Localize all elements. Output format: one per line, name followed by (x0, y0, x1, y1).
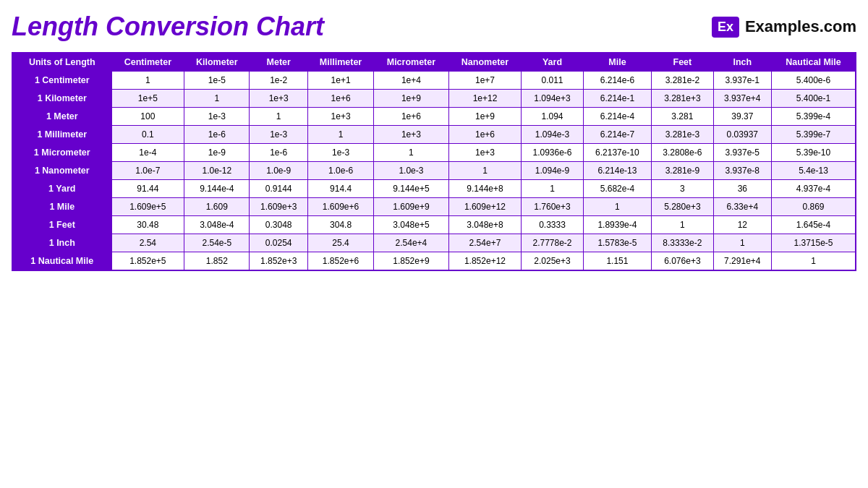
cell-value: 2.7778e-2 (522, 234, 583, 252)
cell-value: 1e+3 (250, 90, 307, 108)
cell-value: 9.144e+8 (448, 180, 522, 198)
cell-value: 1e+3 (307, 108, 373, 126)
cell-value: 1.609e+5 (111, 198, 184, 216)
cell-value: 6.214e-4 (583, 108, 651, 126)
cell-value: 3.937e-8 (713, 162, 771, 180)
cell-value: 7.291e+4 (713, 252, 771, 271)
cell-value: 5.400e-6 (772, 72, 856, 90)
cell-value: 1 (307, 126, 373, 144)
table-row: 1 Micrometer1e-41e-91e-61e-311e+31.0936e… (12, 144, 856, 162)
cell-value: 5.280e+3 (652, 198, 713, 216)
col-header-nanometer: Nanometer (448, 53, 522, 72)
cell-value: 1e+6 (307, 90, 373, 108)
row-label: 1 Nautical Mile (12, 252, 111, 271)
cell-value: 2.025e+3 (522, 252, 583, 271)
cell-value: 1e-3 (307, 144, 373, 162)
cell-value: 25.4 (307, 234, 373, 252)
row-label: 1 Micrometer (12, 144, 111, 162)
col-header-mile: Mile (583, 53, 651, 72)
cell-value: 5.4e-13 (772, 162, 856, 180)
cell-value: 0.869 (772, 198, 856, 216)
cell-value: 2.54 (111, 234, 184, 252)
row-label: 1 Nanometer (12, 162, 111, 180)
cell-value: 3.281e-9 (652, 162, 713, 180)
col-header-micrometer: Micrometer (374, 53, 448, 72)
cell-value: 1.3715e-5 (772, 234, 856, 252)
cell-value: 1.0e-9 (250, 162, 307, 180)
cell-value: 1.852e+12 (448, 252, 522, 271)
cell-value: 1e+6 (448, 126, 522, 144)
logo-text: Examples.com (745, 17, 856, 36)
row-label: 1 Centimeter (12, 72, 111, 90)
cell-value: 4.937e-4 (772, 180, 856, 198)
cell-value: 5.399e-4 (772, 108, 856, 126)
cell-value: 1e-4 (111, 144, 184, 162)
cell-value: 2.54e+7 (448, 234, 522, 252)
cell-value: 1 (713, 234, 771, 252)
cell-value: 30.48 (111, 216, 184, 234)
cell-value: 1e+3 (374, 126, 448, 144)
cell-value: 3.2808e-6 (652, 144, 713, 162)
cell-value: 1.8939e-4 (583, 216, 651, 234)
cell-value: 0.0254 (250, 234, 307, 252)
cell-value: 1.0e-3 (374, 162, 448, 180)
cell-value: 5.399e-7 (772, 126, 856, 144)
table-row: 1 Mile1.609e+51.6091.609e+31.609e+61.609… (12, 198, 856, 216)
cell-value: 6.214e-13 (583, 162, 651, 180)
cell-value: 1.094e+3 (522, 90, 583, 108)
cell-value: 12 (713, 216, 771, 234)
cell-value: 1.0e-6 (307, 162, 373, 180)
logo-box: Ex (712, 17, 739, 38)
cell-value: 6.214e-7 (583, 126, 651, 144)
cell-value: 2.54e+4 (374, 234, 448, 252)
cell-value: 1.094e-3 (522, 126, 583, 144)
page-title: Length Conversion Chart (12, 12, 324, 42)
cell-value: 3.281e-3 (652, 126, 713, 144)
cell-value: 1 (111, 72, 184, 90)
cell-value: 3.937e-5 (713, 144, 771, 162)
cell-value: 6.214e-6 (583, 72, 651, 90)
cell-value: 914.4 (307, 180, 373, 198)
cell-value: 1 (522, 180, 583, 198)
col-header-nautical-mile: Nautical Mile (772, 53, 856, 72)
cell-value: 0.1 (111, 126, 184, 144)
cell-value: 3 (652, 180, 713, 198)
row-label: 1 Kilometer (12, 90, 111, 108)
cell-value: 5.682e-4 (583, 180, 651, 198)
cell-value: 1e+9 (374, 90, 448, 108)
cell-value: 6.33e+4 (713, 198, 771, 216)
cell-value: 1e-6 (184, 126, 250, 144)
cell-value: 39.37 (713, 108, 771, 126)
row-label: 1 Meter (12, 108, 111, 126)
cell-value: 1.852e+5 (111, 252, 184, 271)
cell-value: 1 (583, 198, 651, 216)
cell-value: 1 (772, 252, 856, 271)
cell-value: 1.852 (184, 252, 250, 271)
row-label: 1 Inch (12, 234, 111, 252)
cell-value: 3.048e+5 (374, 216, 448, 234)
cell-value: 1.5783e-5 (583, 234, 651, 252)
cell-value: 0.3048 (250, 216, 307, 234)
cell-value: 1e-3 (184, 108, 250, 126)
cell-value: 1.0e-12 (184, 162, 250, 180)
cell-value: 1.609e+9 (374, 198, 448, 216)
cell-value: 304.8 (307, 216, 373, 234)
col-header-meter: Meter (250, 53, 307, 72)
cell-value: 36 (713, 180, 771, 198)
cell-value: 1e-6 (250, 144, 307, 162)
cell-value: 3.937e+4 (713, 90, 771, 108)
cell-value: 1.852e+6 (307, 252, 373, 271)
cell-value: 0.03937 (713, 126, 771, 144)
col-header-feet: Feet (652, 53, 713, 72)
cell-value: 1.151 (583, 252, 651, 271)
cell-value: 0.011 (522, 72, 583, 90)
row-label: 1 Mile (12, 198, 111, 216)
cell-value: 6.2137e-10 (583, 144, 651, 162)
cell-value: 2.54e-5 (184, 234, 250, 252)
cell-value: 1e-2 (250, 72, 307, 90)
col-header-yard: Yard (522, 53, 583, 72)
conversion-table: Units of LengthCentimeterKilometerMeterM… (12, 52, 856, 271)
cell-value: 1e+6 (374, 108, 448, 126)
cell-value: 6.214e-1 (583, 90, 651, 108)
cell-value: 1e-9 (184, 144, 250, 162)
